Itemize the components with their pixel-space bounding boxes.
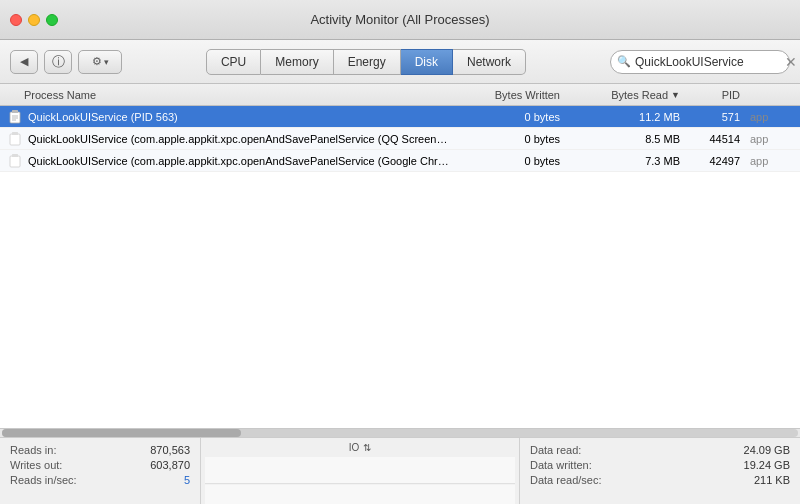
svg-rect-1 bbox=[12, 110, 18, 113]
bottom-right-stats: Data read: 24.09 GB Data written: 19.24 … bbox=[520, 438, 800, 504]
tab-energy[interactable]: Energy bbox=[334, 49, 401, 75]
horizontal-scrollbar[interactable] bbox=[0, 429, 800, 438]
stat-value: 24.09 GB bbox=[744, 444, 790, 456]
svg-rect-7 bbox=[10, 156, 20, 167]
col-header-read[interactable]: Bytes Read ▼ bbox=[570, 89, 690, 101]
scrollbar-track bbox=[2, 429, 798, 437]
io-chart: IO ⇅ bbox=[200, 438, 520, 504]
process-icon bbox=[8, 109, 24, 125]
tab-memory[interactable]: Memory bbox=[261, 49, 333, 75]
stat-label: Data read: bbox=[530, 444, 581, 456]
stat-value: 603,870 bbox=[150, 459, 190, 471]
gear-icon: ⚙ bbox=[92, 55, 102, 68]
table-row[interactable]: QuickLookUIService (com.apple.appkit.xpc… bbox=[0, 128, 800, 150]
process-pid: 42497 bbox=[690, 155, 750, 167]
close-button[interactable] bbox=[10, 14, 22, 26]
fullscreen-button[interactable] bbox=[46, 14, 58, 26]
process-pid: 44514 bbox=[690, 133, 750, 145]
traffic-lights bbox=[10, 14, 58, 26]
stat-value: 870,563 bbox=[150, 444, 190, 456]
table-body: QuickLookUIService (PID 563) 0 bytes 11.… bbox=[0, 106, 800, 428]
process-pid: 571 bbox=[690, 111, 750, 123]
svg-rect-0 bbox=[10, 112, 20, 123]
process-type: app bbox=[750, 155, 800, 167]
chart-label-text: IO bbox=[349, 442, 360, 453]
table-header: Process Name Bytes Written Bytes Read ▼ … bbox=[0, 84, 800, 106]
svg-rect-8 bbox=[12, 154, 18, 157]
stat-value: 211 KB bbox=[754, 474, 790, 486]
stat-label: Reads in/sec: bbox=[10, 474, 77, 486]
stat-value: 19.24 GB bbox=[744, 459, 790, 471]
bytes-written: 0 bytes bbox=[450, 155, 570, 167]
back-icon: ◀ bbox=[20, 55, 28, 68]
bytes-read: 7.3 MB bbox=[570, 155, 690, 167]
stat-label: Writes out: bbox=[10, 459, 62, 471]
svg-rect-9 bbox=[205, 457, 515, 504]
minimize-button[interactable] bbox=[28, 14, 40, 26]
stat-reads-in: Reads in: 870,563 bbox=[10, 444, 190, 456]
stat-data-read: Data read: 24.09 GB bbox=[530, 444, 790, 456]
process-icon bbox=[8, 153, 24, 169]
col-header-name[interactable]: Process Name bbox=[0, 89, 450, 101]
process-icon bbox=[8, 131, 24, 147]
stat-reads-per-sec: Reads in/sec: 5 bbox=[10, 474, 190, 486]
info-button[interactable]: ⓘ bbox=[44, 50, 72, 74]
table-row[interactable]: QuickLookUIService (com.apple.appkit.xpc… bbox=[0, 150, 800, 172]
stat-label: Data read/sec: bbox=[530, 474, 602, 486]
process-name: QuickLookUIService (com.apple.appkit.xpc… bbox=[28, 133, 450, 145]
chart-sort-icon: ⇅ bbox=[363, 442, 371, 453]
window-title: Activity Monitor (All Processes) bbox=[310, 12, 489, 27]
main-table: Process Name Bytes Written Bytes Read ▼ … bbox=[0, 84, 800, 428]
toolbar-left: ◀ ⓘ ⚙ ▾ bbox=[10, 50, 122, 74]
chart-svg bbox=[205, 457, 515, 504]
stat-label: Data written: bbox=[530, 459, 592, 471]
bottom-bar: Reads in: 870,563 Writes out: 603,870 Re… bbox=[0, 428, 800, 504]
search-input[interactable] bbox=[635, 55, 785, 69]
stat-data-written: Data written: 19.24 GB bbox=[530, 459, 790, 471]
chart-area bbox=[205, 457, 515, 504]
stat-value: 5 bbox=[184, 474, 190, 486]
stat-writes-out: Writes out: 603,870 bbox=[10, 459, 190, 471]
process-type: app bbox=[750, 111, 800, 123]
bottom-stats: Reads in: 870,563 Writes out: 603,870 Re… bbox=[0, 438, 800, 504]
search-icon: 🔍 bbox=[617, 55, 631, 68]
bytes-written: 0 bytes bbox=[450, 111, 570, 123]
titlebar: Activity Monitor (All Processes) bbox=[0, 0, 800, 40]
scrollbar-thumb[interactable] bbox=[2, 429, 241, 437]
table-row[interactable]: QuickLookUIService (PID 563) 0 bytes 11.… bbox=[0, 106, 800, 128]
process-name: QuickLookUIService (com.apple.appkit.xpc… bbox=[28, 155, 450, 167]
tab-cpu[interactable]: CPU bbox=[206, 49, 261, 75]
chart-label: IO ⇅ bbox=[349, 442, 372, 453]
col-header-pid[interactable]: PID bbox=[690, 89, 750, 101]
col-header-written[interactable]: Bytes Written bbox=[450, 89, 570, 101]
bytes-read: 8.5 MB bbox=[570, 133, 690, 145]
process-name: QuickLookUIService (PID 563) bbox=[28, 111, 450, 123]
svg-rect-5 bbox=[10, 134, 20, 145]
search-clear-icon[interactable]: ✕ bbox=[785, 55, 797, 69]
back-button[interactable]: ◀ bbox=[10, 50, 38, 74]
info-icon: ⓘ bbox=[52, 53, 65, 71]
bottom-left-stats: Reads in: 870,563 Writes out: 603,870 Re… bbox=[0, 438, 200, 504]
bytes-written: 0 bytes bbox=[450, 133, 570, 145]
gear-dropdown-icon: ▾ bbox=[104, 57, 109, 67]
sort-arrow-icon: ▼ bbox=[671, 90, 680, 100]
stat-data-read-per-sec: Data read/sec: 211 KB bbox=[530, 474, 790, 486]
stat-label: Reads in: bbox=[10, 444, 56, 456]
bytes-read: 11.2 MB bbox=[570, 111, 690, 123]
search-box[interactable]: 🔍 ✕ bbox=[610, 50, 790, 74]
toolbar-right: 🔍 ✕ bbox=[610, 50, 790, 74]
tab-bar: CPU Memory Energy Disk Network bbox=[130, 49, 602, 75]
gear-button[interactable]: ⚙ ▾ bbox=[78, 50, 122, 74]
toolbar: ◀ ⓘ ⚙ ▾ CPU Memory Energy Disk Network 🔍… bbox=[0, 40, 800, 84]
process-type: app bbox=[750, 133, 800, 145]
tab-network[interactable]: Network bbox=[453, 49, 526, 75]
tab-disk[interactable]: Disk bbox=[401, 49, 453, 75]
svg-rect-6 bbox=[12, 132, 18, 135]
